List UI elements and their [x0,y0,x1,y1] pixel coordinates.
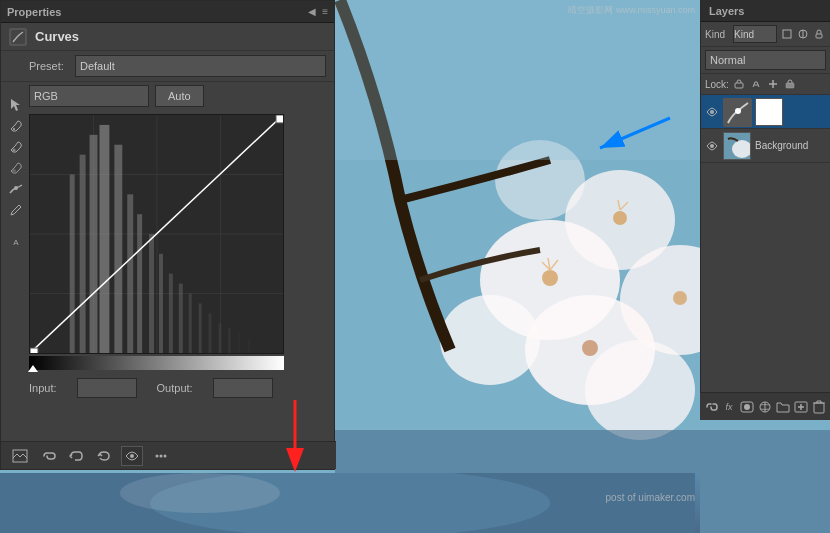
gradient-slider[interactable] [29,356,284,370]
lock-all-icon[interactable] [783,77,797,91]
layer1-thumb [723,98,751,126]
layer1-row[interactable] [701,95,830,129]
layer2-name: Background [755,140,826,151]
svg-point-66 [710,144,714,148]
svg-rect-36 [127,194,133,353]
kind-icon-adjust[interactable] [796,27,810,41]
layers-link-btn[interactable] [704,398,718,416]
lock-row: Lock: [701,74,830,95]
bottom-tool-chain[interactable] [37,446,59,466]
layers-group-btn[interactable] [776,398,790,416]
layer2-visibility[interactable] [705,139,719,153]
svg-rect-45 [218,323,221,353]
svg-rect-43 [199,303,202,353]
kind-icon-pixel[interactable] [780,27,794,41]
curves-graph-container [29,114,326,370]
auto-button[interactable]: Auto [155,85,204,107]
svg-rect-37 [137,214,142,353]
curves-title: Curves [35,29,79,44]
tool-eyedropper2[interactable] [7,138,25,156]
tool-eyedropper3[interactable] [7,159,25,177]
bottom-tool-dots[interactable] [149,446,171,466]
lock-pixels-icon[interactable] [732,77,746,91]
svg-point-65 [735,108,741,114]
kind-row: Kind Kind [701,22,830,47]
normal-select[interactable]: Normal Multiply Screen Overlay [705,50,826,70]
svg-point-10 [582,340,598,356]
svg-point-8 [542,270,558,286]
input-label: Input: [29,382,57,394]
layers-adjustment-btn[interactable] [758,398,772,416]
tool-text[interactable]: A [7,233,25,251]
preset-label: Preset: [29,60,69,72]
collapse-btn[interactable]: ◀ [308,6,316,17]
preset-select[interactable]: Default [75,55,326,77]
left-toolbar: A [7,96,25,251]
svg-point-52 [130,454,134,458]
svg-point-85 [120,473,280,513]
channel-row: RGB Red Green Blue Auto [1,82,334,110]
lock-paint-icon[interactable] [749,77,763,91]
svg-rect-41 [179,284,183,353]
input-value-field[interactable] [77,378,137,398]
lock-label: Lock: [705,79,729,90]
svg-rect-34 [99,125,109,353]
bottom-tool-eye[interactable] [121,446,143,466]
layers-titlebar: Layers [701,0,830,22]
svg-rect-40 [169,274,173,353]
tool-eyedropper[interactable] [7,117,25,135]
svg-rect-76 [814,403,824,413]
svg-point-55 [164,454,167,457]
svg-rect-47 [238,333,240,353]
svg-rect-50 [276,115,283,123]
properties-titlebar: Properties ◀ ≡ [1,1,334,23]
svg-point-11 [673,291,687,305]
lock-pos-icon[interactable] [766,77,780,91]
slider-handle-left[interactable] [28,365,38,372]
normal-row: Normal Multiply Screen Overlay [701,47,830,74]
bottom-tool-reset[interactable] [93,446,115,466]
svg-rect-31 [70,175,75,354]
svg-point-70 [744,404,750,410]
svg-rect-48 [248,338,250,353]
preset-row: Preset: Default [1,51,334,82]
layer2-thumb [723,132,751,160]
kind-icon-lock[interactable] [812,27,826,41]
tool-pencil[interactable] [7,201,25,219]
svg-point-20 [13,128,15,130]
output-value-field[interactable] [213,378,273,398]
menu-btn[interactable]: ≡ [322,6,328,17]
lock-icons [732,77,797,91]
svg-rect-60 [735,83,743,88]
layers-delete-btn[interactable] [812,398,826,416]
blue-arrow-annotation [580,108,680,160]
svg-rect-39 [159,254,163,353]
channel-select[interactable]: RGB Red Green Blue [29,85,149,107]
layers-mask-btn[interactable] [740,398,754,416]
bottom-photo-strip [0,473,700,533]
svg-rect-38 [149,234,154,353]
kind-select[interactable]: Kind [733,25,777,43]
tool-curve-point[interactable] [7,180,25,198]
layer2-row[interactable]: Background [701,129,830,163]
red-arrow-annotation [265,395,325,477]
layers-fx-btn[interactable]: fx [722,398,736,416]
layers-title: Layers [709,5,744,17]
svg-point-21 [13,149,16,152]
title-controls: ◀ ≡ [308,6,328,17]
layers-new-btn[interactable] [794,398,808,416]
curves-graph[interactable] [29,114,284,354]
kind-label: Kind [705,29,730,40]
svg-rect-56 [783,30,791,38]
output-label: Output: [157,382,193,394]
svg-rect-46 [228,328,230,353]
curves-header: Curves [1,23,334,51]
svg-rect-44 [209,313,212,353]
tool-pointer[interactable] [7,96,25,114]
bottom-tool-image[interactable] [9,446,31,466]
layer1-visibility[interactable] [705,105,719,119]
kind-icons [780,27,826,41]
svg-rect-62 [786,83,794,88]
bottom-tool-undo[interactable] [65,446,87,466]
svg-rect-33 [90,135,98,353]
